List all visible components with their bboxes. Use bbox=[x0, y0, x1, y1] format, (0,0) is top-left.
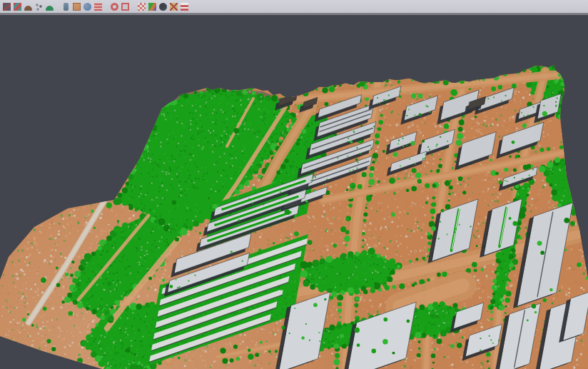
toolbar-button-region-ring[interactable] bbox=[109, 0, 120, 14]
toolbar-button-remove-bars[interactable] bbox=[179, 0, 190, 14]
toolbar-button-resize-region[interactable] bbox=[120, 0, 131, 14]
layers-icon bbox=[94, 3, 102, 11]
ring-icon bbox=[111, 3, 118, 11]
terrain-mound-icon bbox=[24, 6, 32, 11]
app-window bbox=[0, 0, 588, 369]
globe-icon bbox=[83, 3, 91, 11]
toolbar-button-align-points[interactable] bbox=[12, 0, 23, 14]
toolbar-separator bbox=[55, 0, 61, 14]
dark-sphere-icon bbox=[159, 3, 167, 11]
toolbar-button-terrain-model[interactable] bbox=[23, 0, 34, 14]
column-icon bbox=[64, 3, 69, 11]
toolbar-button-orthophoto[interactable] bbox=[71, 0, 82, 14]
toolbar bbox=[0, 0, 588, 15]
toolbar-separator bbox=[103, 0, 109, 14]
dem-mound-icon bbox=[46, 6, 54, 11]
selection-brackets-icon bbox=[121, 3, 129, 11]
toolbar-button-discard-selection[interactable] bbox=[168, 0, 179, 14]
checker-icon bbox=[138, 3, 146, 11]
toolbar-button-checker-filter[interactable] bbox=[136, 0, 147, 14]
dense-cloud-icon bbox=[3, 3, 11, 11]
toolbar-button-dense-point-cloud[interactable] bbox=[1, 0, 12, 14]
close-x-icon bbox=[170, 3, 178, 11]
toolbar-button-globe-view[interactable] bbox=[82, 0, 93, 14]
toolbar-button-dem-surface[interactable] bbox=[44, 0, 55, 14]
minus-bars-icon bbox=[181, 3, 188, 11]
viewport-3d[interactable] bbox=[0, 17, 588, 369]
toolbar-separator bbox=[131, 0, 136, 14]
toolbar-button-dark-sphere[interactable] bbox=[158, 0, 168, 14]
toolbar-button-profile-column[interactable] bbox=[61, 0, 71, 14]
orthophoto-icon bbox=[73, 3, 81, 11]
sparse-points-icon bbox=[35, 3, 43, 11]
classified-map-icon bbox=[148, 3, 156, 11]
align-points-icon bbox=[14, 3, 21, 11]
toolbar-button-layer-stack[interactable] bbox=[93, 0, 103, 14]
toolbar-button-classified-map[interactable] bbox=[147, 0, 158, 14]
toolbar-button-sparse-cloud[interactable] bbox=[34, 0, 44, 14]
